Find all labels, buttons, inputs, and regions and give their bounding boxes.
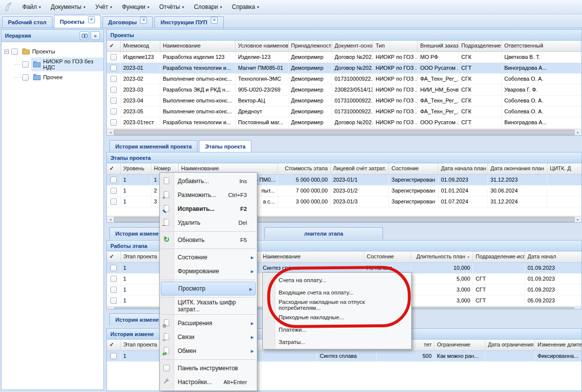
column-header[interactable]: Условное наименова bbox=[236, 41, 289, 51]
row-checkbox[interactable] bbox=[110, 287, 117, 293]
row-checkbox[interactable] bbox=[110, 265, 117, 271]
tree-item[interactable]: НИОКР по ГОЗ без НДС bbox=[1, 58, 103, 71]
row-checkbox[interactable] bbox=[110, 87, 117, 93]
row-checkbox[interactable] bbox=[110, 54, 117, 60]
row-checkbox[interactable] bbox=[110, 198, 117, 205]
scroll-right-icon[interactable]: ▸ bbox=[575, 130, 582, 135]
context-menu-item[interactable]: −УдалитьDel bbox=[160, 216, 257, 230]
column-header[interactable]: ✓ bbox=[107, 41, 121, 51]
row-checkbox[interactable] bbox=[110, 297, 117, 304]
column-header[interactable]: ✓ bbox=[107, 340, 121, 350]
column-header[interactable]: Наименование bbox=[260, 251, 364, 262]
scroll-left-icon[interactable]: ◂ bbox=[107, 308, 114, 310]
column-header[interactable]: Дата начал bbox=[525, 251, 582, 262]
menubar-item[interactable]: Учёт▾ bbox=[90, 1, 117, 12]
table-row[interactable]: 2023-05Выполнение опытно-конс...Дредноут… bbox=[107, 106, 582, 117]
panel-tab[interactable]: История измене bbox=[109, 227, 165, 239]
menubar-item[interactable]: Файл▾ bbox=[17, 1, 46, 12]
menubar-item[interactable]: Отчёты▾ bbox=[154, 1, 189, 12]
column-header[interactable]: Длительность план▼ bbox=[411, 251, 473, 262]
column-header[interactable]: Наименование bbox=[160, 41, 236, 51]
table-row[interactable]: 2023-03Разработка ЭКД и РКД н...905-U020… bbox=[107, 85, 582, 96]
main-tab[interactable]: Рабочий стол bbox=[2, 16, 52, 28]
context-menu-item[interactable]: ⚙Расширения▶ bbox=[160, 316, 257, 330]
tree-checkbox[interactable] bbox=[11, 49, 18, 55]
panel-tab[interactable]: лнители этапа bbox=[264, 227, 383, 239]
main-tab[interactable]: Проекты× bbox=[54, 15, 101, 28]
panel-tab[interactable]: История изменений проекта bbox=[109, 140, 197, 152]
panel-tab[interactable]: История измене bbox=[109, 313, 165, 325]
column-header[interactable]: Принадлежность bbox=[289, 41, 332, 51]
row-checkbox[interactable] bbox=[110, 276, 117, 282]
column-header[interactable]: Стоимость этапа bbox=[278, 163, 331, 174]
main-tab[interactable]: Договоры× bbox=[102, 16, 153, 28]
column-header[interactable]: Уровень bbox=[121, 163, 151, 174]
menubar-item[interactable]: Документы▾ bbox=[46, 1, 91, 12]
close-tab-icon[interactable]: × bbox=[88, 16, 95, 23]
context-menu-item[interactable]: ✎Исправить...F2 bbox=[160, 202, 257, 216]
column-header[interactable]: Дата окончания план bbox=[488, 163, 547, 174]
scroll-thumb[interactable] bbox=[114, 130, 575, 135]
close-tab-icon[interactable]: × bbox=[211, 17, 218, 24]
submenu-item[interactable]: Затраты... bbox=[263, 336, 411, 348]
row-checkbox[interactable] bbox=[110, 76, 117, 82]
context-menu-item[interactable]: Настройки...Alt+Enter bbox=[160, 375, 257, 389]
column-header[interactable]: Состояние bbox=[364, 251, 411, 262]
column-header[interactable]: Мнемокод bbox=[121, 41, 160, 51]
menubar-item[interactable]: Справка▾ bbox=[227, 1, 264, 12]
column-header[interactable]: Ограничение bbox=[435, 340, 485, 350]
table-row[interactable]: 2023-01Разработка технологии и...Магнит … bbox=[107, 63, 582, 74]
column-header[interactable]: Подразделение-от bbox=[459, 41, 502, 51]
row-checkbox[interactable] bbox=[110, 108, 117, 115]
row-checkbox[interactable] bbox=[110, 65, 117, 71]
column-header[interactable]: ✓ bbox=[107, 251, 121, 262]
column-header[interactable]: Ответственный bbox=[502, 41, 581, 51]
context-menu-item[interactable]: Формирование▶ bbox=[160, 264, 257, 278]
tree-checkbox[interactable] bbox=[22, 61, 29, 68]
column-header[interactable]: Дата начала план bbox=[438, 163, 488, 174]
context-menu-item[interactable]: ЦИТК. Указать шифр затрат... bbox=[160, 299, 257, 313]
column-header[interactable]: Дата ограничения bbox=[485, 340, 535, 350]
row-checkbox[interactable] bbox=[110, 177, 117, 183]
context-menu-item[interactable]: Добавить...Ins bbox=[160, 174, 257, 188]
context-menu-item[interactable]: ⇄Обмен▶ bbox=[160, 344, 257, 358]
horizontal-scrollbar[interactable]: ◂ ▸ bbox=[107, 129, 582, 135]
column-header[interactable]: Состояние bbox=[389, 163, 438, 174]
collapse-panel-icon[interactable]: « bbox=[91, 31, 100, 40]
column-header[interactable]: Тип bbox=[373, 41, 418, 51]
column-header[interactable]: Подразделение-исполнитель.. bbox=[473, 251, 525, 262]
row-checkbox[interactable] bbox=[110, 353, 117, 359]
context-menu-item[interactable]: Панель инструментов bbox=[160, 361, 257, 375]
panel-tab[interactable]: Этапы проекта bbox=[199, 140, 251, 152]
context-menu-item[interactable]: Просмотр▶ bbox=[161, 282, 256, 295]
column-header[interactable]: Внешний заказчик bbox=[418, 41, 459, 51]
table-row[interactable]: 2023-04Выполнение опытно-конс...Вектор-А… bbox=[107, 96, 582, 106]
menubar-item[interactable]: Функции▾ bbox=[117, 1, 154, 12]
row-checkbox[interactable] bbox=[110, 188, 117, 194]
column-header[interactable]: Документ-основан bbox=[332, 41, 373, 51]
row-checkbox[interactable] bbox=[110, 98, 117, 104]
tree-expander-icon[interactable]: − bbox=[4, 49, 9, 54]
tree-checkbox[interactable] bbox=[22, 74, 29, 81]
table-row[interactable]: 2023-01тестРазработка технологии и...Пос… bbox=[107, 117, 582, 128]
table-row[interactable]: 2023-02Выполнение опытно-конс...Технолог… bbox=[107, 74, 582, 85]
column-header[interactable]: Лицевой счёт затрат. bbox=[331, 163, 389, 174]
column-header[interactable]: ✓ bbox=[107, 163, 121, 174]
tree-item[interactable]: −Проекты bbox=[1, 45, 103, 58]
column-header[interactable]: Изменение длител bbox=[535, 340, 582, 350]
search-icon[interactable] bbox=[80, 31, 89, 40]
context-menu-item[interactable]: Состояние▶ bbox=[160, 250, 257, 264]
scroll-left-icon[interactable]: ◂ bbox=[107, 217, 114, 222]
menubar-item[interactable]: Словари▾ bbox=[189, 1, 227, 12]
row-checkbox[interactable] bbox=[110, 119, 117, 126]
close-tab-icon[interactable]: × bbox=[140, 17, 147, 24]
context-menu-item[interactable]: +Размножить...Ctrl+F3 bbox=[160, 188, 257, 202]
scroll-right-icon[interactable]: ▸ bbox=[575, 217, 582, 222]
scroll-right-icon[interactable]: ▸ bbox=[575, 308, 582, 310]
context-menu-item[interactable]: ∞Связи▶ bbox=[160, 330, 257, 344]
scroll-left-icon[interactable]: ◂ bbox=[107, 130, 114, 135]
main-tab[interactable]: Инструкции ПУП× bbox=[154, 16, 223, 28]
table-row[interactable]: Изделие123Разработка изделия 123Изделие-… bbox=[107, 52, 582, 63]
column-header[interactable]: ЦИТК. Д bbox=[547, 163, 582, 174]
tree-item[interactable]: Прочее bbox=[1, 71, 103, 84]
